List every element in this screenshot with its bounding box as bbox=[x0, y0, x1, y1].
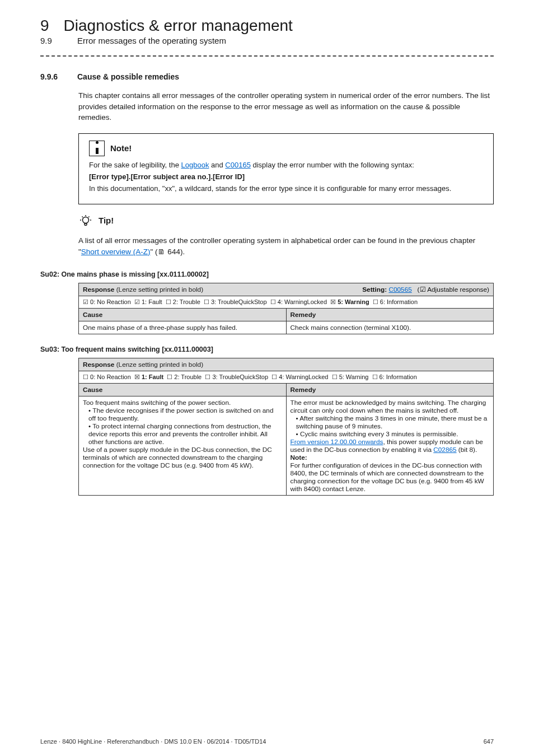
note-text: and bbox=[209, 161, 225, 169]
short-overview-link[interactable]: Short overview (A-Z) bbox=[81, 248, 151, 256]
cause-cell: One mains phase of a three-phase supply … bbox=[79, 321, 287, 334]
response-options: ☐ 0: No Reaction ☒ 1: Fault ☐ 2: Trouble… bbox=[79, 371, 494, 384]
response-label: Response bbox=[83, 286, 114, 293]
response-options: ☑ 0: No Reaction ☑ 1: Fault ☐ 2: Trouble… bbox=[79, 296, 494, 309]
note-text: For the sake of legibility, the bbox=[89, 161, 181, 169]
cause-header: Cause bbox=[79, 384, 287, 396]
table-header-response: Response (Lenze setting printed in bold)… bbox=[79, 283, 494, 296]
note-label: Note! bbox=[110, 143, 132, 153]
table-header-response: Response (Lenze setting printed in bold) bbox=[79, 358, 494, 371]
note-paragraph-1: For the sake of legibility, the Logbook … bbox=[89, 161, 483, 169]
c00565-link[interactable]: C00565 bbox=[388, 286, 411, 293]
error-heading-su03: Su03: Too frequent mains switching [xx.0… bbox=[40, 346, 494, 353]
remedy-header: Remedy bbox=[286, 384, 494, 396]
remedy-bullet: • After switching the mains 3 times in o… bbox=[296, 414, 488, 430]
response-note: (Lenze setting printed in bold) bbox=[114, 286, 203, 293]
remedy-header: Remedy bbox=[286, 309, 494, 321]
chapter-number: 9 bbox=[40, 17, 49, 35]
cause-header: Cause bbox=[79, 309, 287, 321]
note-syntax: [Error type].[Error subject area no.].[E… bbox=[89, 172, 483, 181]
tip-callout: Tip! A list of all error messages of the… bbox=[78, 213, 494, 258]
lightbulb-icon bbox=[78, 213, 93, 228]
error-table-su03: Response (Lenze setting printed in bold)… bbox=[78, 358, 494, 496]
setting-adjustable: (☑ Adjustable response) bbox=[418, 286, 489, 293]
error-heading-su02: Su02: One mains phase is missing [xx.011… bbox=[40, 270, 494, 278]
c02865-link[interactable]: C02865 bbox=[433, 446, 456, 454]
response-note: (Lenze setting printed in bold) bbox=[114, 361, 203, 368]
svg-line-4 bbox=[82, 216, 83, 217]
footer-left: Lenze · 8400 HighLine · Referenzhandbuch… bbox=[40, 738, 266, 745]
response-label: Response bbox=[83, 361, 114, 368]
remedy-line: (bit 8). bbox=[457, 446, 477, 454]
footer-page-number: 647 bbox=[484, 738, 494, 745]
cause-line: Too frequent mains switching of the powe… bbox=[83, 399, 231, 407]
setting-cell: Setting: C00565 (☑ Adjustable response) bbox=[362, 286, 489, 293]
note-callout: Note! For the sake of legibility, the Lo… bbox=[78, 133, 494, 204]
logbook-link[interactable]: Logbook bbox=[181, 161, 209, 169]
svg-line-5 bbox=[88, 216, 90, 217]
tip-text: " (🗎 644). bbox=[151, 248, 185, 256]
chapter-title: Diagnostics & error management bbox=[64, 17, 293, 35]
divider bbox=[40, 55, 494, 57]
intro-paragraph: This chapter contains all error messages… bbox=[78, 90, 494, 123]
info-icon bbox=[89, 141, 105, 156]
tip-label: Tip! bbox=[99, 216, 114, 225]
c00165-link[interactable]: C00165 bbox=[225, 161, 251, 169]
version-link[interactable]: From version 12.00.00 onwards bbox=[291, 438, 383, 446]
remedy-note: For further configuration of devices in … bbox=[291, 461, 484, 493]
subsection-title: Cause & possible remedies bbox=[77, 72, 179, 81]
remedy-note-heading: Note: bbox=[291, 454, 307, 461]
cause-cell: Too frequent mains switching of the powe… bbox=[79, 396, 287, 496]
note-text: display the error number with the follow… bbox=[251, 161, 414, 169]
subsection-number: 9.9.6 bbox=[40, 72, 63, 81]
svg-point-0 bbox=[83, 217, 89, 223]
cause-line: Use of a power supply module in the DC-b… bbox=[83, 446, 272, 469]
setting-label: Setting: bbox=[362, 286, 387, 293]
cause-bullet: • To protect internal charging connectio… bbox=[88, 422, 271, 446]
note-paragraph-2: In this documentation, "xx", a wildcard,… bbox=[89, 184, 483, 193]
remedy-cell: Check mains connection (terminal X100). bbox=[286, 321, 494, 334]
error-table-su02: Response (Lenze setting printed in bold)… bbox=[78, 283, 494, 334]
remedy-line: The error must be acknowledged by mains … bbox=[291, 399, 486, 414]
cause-bullet: • The device recognises if the power sec… bbox=[88, 407, 273, 422]
remedy-cell: The error must be acknowledged by mains … bbox=[286, 396, 494, 496]
section-number: 9.9 bbox=[40, 36, 63, 45]
section-title: Error messages of the operating system bbox=[77, 36, 226, 45]
tip-paragraph: A list of all error messages of the cont… bbox=[78, 235, 494, 257]
remedy-bullet: • Cyclic mains switching every 3 minutes… bbox=[296, 430, 458, 438]
